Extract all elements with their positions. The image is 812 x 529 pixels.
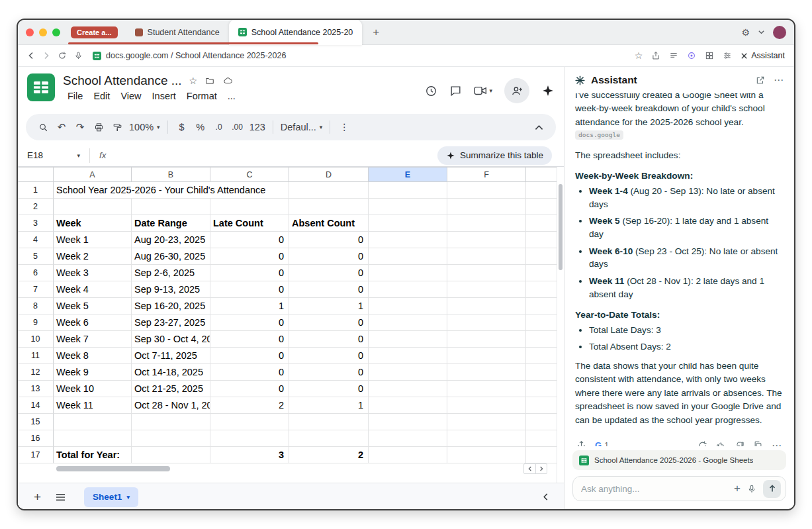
cell-F5[interactable] [447, 248, 526, 265]
cell-F12[interactable] [447, 364, 526, 381]
cell-E8[interactable] [369, 298, 447, 314]
cell-C10[interactable]: 0 [210, 331, 289, 348]
cell-E1[interactable] [369, 182, 447, 199]
menu-overflow[interactable]: ... [223, 89, 240, 103]
cell-E2[interactable] [369, 199, 447, 215]
column-header-A[interactable]: A [54, 167, 132, 182]
document-title[interactable]: School Attendance ... [63, 73, 182, 88]
cell-B15[interactable] [132, 414, 210, 430]
menu-insert[interactable]: Insert [148, 89, 181, 103]
more-formats-button[interactable]: 123 [247, 117, 268, 137]
cell-F6[interactable] [447, 265, 526, 281]
cell-F17[interactable] [447, 447, 526, 463]
cell-D1[interactable] [289, 182, 369, 199]
minimize-window-button[interactable] [39, 28, 47, 36]
cell-D12[interactable]: 0 [289, 364, 369, 381]
cell-B7[interactable]: Sep 9-13, 2025 [132, 281, 210, 298]
cell-A16[interactable] [54, 430, 132, 447]
column-header-D[interactable]: D [289, 167, 369, 182]
cell-A7[interactable]: Week 4 [54, 281, 132, 298]
cell-F14[interactable] [447, 397, 526, 414]
thumbs-up-icon[interactable] [716, 440, 726, 446]
star-document-icon[interactable]: ☆ [189, 75, 198, 86]
cell-B9[interactable]: Sep 23-27, 2025 [132, 314, 210, 331]
cell-E5[interactable] [369, 248, 447, 265]
search-menus-button[interactable] [34, 117, 52, 137]
cell-F3[interactable] [447, 215, 526, 232]
cell-B3[interactable]: Date Range [132, 215, 210, 232]
cell-D2[interactable] [289, 199, 369, 215]
currency-format-button[interactable]: $ [173, 117, 191, 137]
cell-B4[interactable]: Aug 20-23, 2025 [132, 232, 210, 248]
cell-F11[interactable] [447, 348, 526, 364]
extensions-icon[interactable] [705, 51, 714, 60]
row-header-15[interactable]: 15 [18, 414, 54, 430]
cell-E15[interactable] [369, 414, 447, 430]
source-chip[interactable]: docs.google [575, 130, 623, 140]
cell-C6[interactable]: 0 [210, 265, 289, 281]
answer-more-icon[interactable]: ⋯ [772, 440, 782, 446]
cell-A13[interactable]: Week 10 [54, 381, 132, 397]
cell-E12[interactable] [369, 364, 447, 381]
cell-E17[interactable] [369, 447, 447, 463]
cell-B11[interactable]: Oct 7-11, 2025 [132, 348, 210, 364]
chevron-down-icon[interactable] [758, 28, 765, 36]
font-select[interactable]: Defaul...▾ [278, 117, 326, 137]
row-header-6[interactable]: 6 [18, 265, 54, 281]
hscroll-thumb[interactable] [56, 466, 170, 471]
cell-B14[interactable]: Oct 28 - Nov 1, 2025 [132, 397, 210, 414]
reader-icon[interactable] [669, 51, 678, 60]
cell-F9[interactable] [447, 314, 526, 331]
tab-group-chip[interactable]: Create a... [71, 26, 118, 38]
cell-D13[interactable]: 0 [289, 381, 369, 397]
profile-avatar[interactable] [773, 26, 786, 39]
version-history-icon[interactable] [425, 85, 437, 97]
cell-C7[interactable]: 0 [210, 281, 289, 298]
add-sheet-button[interactable]: + [28, 490, 46, 505]
cell-C11[interactable]: 0 [210, 348, 289, 364]
cell-B17[interactable] [132, 447, 210, 463]
cell-D10[interactable]: 0 [289, 331, 369, 348]
cell-F4[interactable] [447, 232, 526, 248]
new-tab-button[interactable]: + [369, 26, 383, 39]
cell-A8[interactable]: Week 5 [54, 298, 132, 314]
cell-C14[interactable]: 2 [210, 397, 289, 414]
undo-button[interactable]: ↶ [52, 117, 71, 137]
cell-E3[interactable] [369, 215, 447, 232]
cell-E14[interactable] [369, 397, 447, 414]
cell-A6[interactable]: Week 3 [54, 265, 132, 281]
cell-B8[interactable]: Sep 16-20, 2025 [132, 298, 210, 314]
context-source-card[interactable]: School Attendance 2025-2026 - Google She… [572, 450, 786, 470]
column-header-F[interactable]: F [447, 167, 526, 182]
share-answer-icon[interactable] [576, 440, 586, 446]
sources-badge[interactable]: G1 [595, 440, 609, 446]
row-header-2[interactable]: 2 [18, 199, 54, 215]
mic-icon[interactable] [74, 51, 83, 60]
cell-C17[interactable]: 3 [210, 447, 289, 463]
cell-E13[interactable] [369, 381, 447, 397]
cell-F10[interactable] [447, 331, 526, 348]
cell-A15[interactable] [54, 414, 132, 430]
scroll-left-button[interactable] [524, 464, 535, 473]
cell-E4[interactable] [369, 232, 447, 248]
zoom-select[interactable]: 100%▾ [126, 117, 163, 137]
cell-D17[interactable]: 2 [289, 447, 369, 463]
row-header-5[interactable]: 5 [18, 248, 54, 265]
cell-F2[interactable] [447, 199, 526, 215]
column-header-B[interactable]: B [132, 167, 210, 182]
refresh-icon[interactable] [58, 51, 67, 60]
collapse-toolbar-button[interactable] [529, 117, 548, 137]
cell-A9[interactable]: Week 6 [54, 314, 132, 331]
cell-A12[interactable]: Week 9 [54, 364, 132, 381]
share-icon[interactable] [651, 51, 660, 60]
cell-B12[interactable]: Oct 14-18, 2025 [132, 364, 210, 381]
cell-F1[interactable] [447, 182, 526, 199]
summarize-table-button[interactable]: Summarize this table [437, 146, 552, 165]
cell-C12[interactable]: 0 [210, 364, 289, 381]
select-all-corner[interactable] [18, 167, 54, 182]
maximize-window-button[interactable] [52, 28, 60, 36]
scroll-right-button[interactable] [535, 464, 547, 473]
back-icon[interactable] [27, 52, 35, 60]
increase-decimal-button[interactable]: .00 [228, 117, 247, 137]
cell-D15[interactable] [289, 414, 369, 430]
